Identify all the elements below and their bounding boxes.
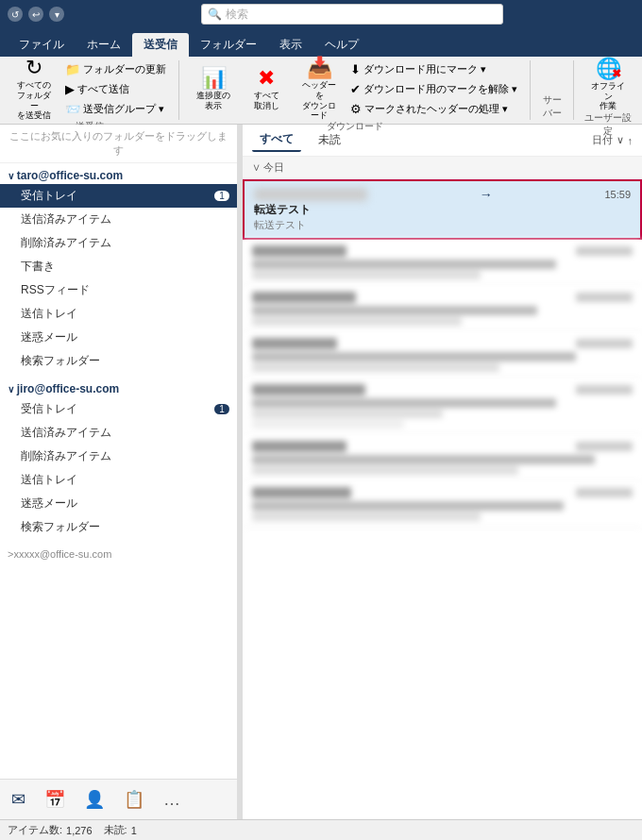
ribbon-group-download: 📊 進捗度の表示 ✖ すべて取消し 📥 ヘッダーをダウンロード ⬇ ダウンロード… [179, 60, 531, 120]
email-sender-3 [252, 338, 337, 349]
process-marked-button[interactable]: ⚙ マークされたヘッダーの処理 ▾ [347, 100, 520, 118]
sidebar-item-search-jiro[interactable]: 検索フォルダー [0, 515, 237, 539]
nav-tasks-icon[interactable]: 📋 [120, 785, 148, 814]
inbox-jiro-badge: 1 [214, 404, 229, 414]
mark-download-button[interactable]: ⬇ ダウンロード用にマーク ▾ [347, 60, 520, 78]
offline-button[interactable]: 🌐 ✖ オフライン作業 [583, 60, 633, 109]
sidebar-item-search-taro[interactable]: 検索フォルダー [0, 349, 237, 373]
email-time-3 [576, 339, 633, 348]
ribbon-group-server: サーバー [531, 60, 574, 120]
sidebar-collapsed-account[interactable]: xxxxx@office-su.com [0, 543, 237, 565]
sidebar-account-jiro[interactable]: jiro@office-su.com [0, 377, 237, 397]
filter-unread[interactable]: 未読 [311, 129, 348, 151]
sidebar-bottom-nav: ✉ 📅 👤 📋 … [0, 779, 237, 819]
ribbon-group-sendreceive: ↻ すべてのフォルダーを送受信 📁 フォルダーの更新 ▶ すべて送信 📨 送受信… [0, 60, 179, 120]
undo-btn[interactable]: ↩ [28, 7, 43, 22]
tab-help[interactable]: ヘルプ [313, 33, 370, 57]
items-label: アイテム数: [8, 823, 62, 837]
refresh-btn[interactable]: ↺ [8, 7, 23, 22]
progress-button[interactable]: 📊 進捗度の表示 [189, 65, 238, 114]
sidebar-item-rss-taro[interactable]: RSSフィード [0, 278, 237, 302]
send-all-small-button[interactable]: ▶ すべて送信 [62, 80, 169, 98]
main-layout: ここにお気に入りのフォルダーをドラッグします taro@office-su.co… [0, 125, 642, 819]
sidebar: ここにお気に入りのフォルダーをドラッグします taro@office-su.co… [0, 125, 238, 819]
email-preview-0: 転送テスト [254, 218, 631, 232]
email-time-6 [576, 488, 633, 497]
sidebar-item-inbox-jiro[interactable]: 受信トレイ 1 [0, 397, 237, 421]
sidebar-item-outbox-jiro[interactable]: 送信トレイ [0, 468, 237, 492]
sidebar-item-inbox-taro[interactable]: 受信トレイ 1 [0, 184, 237, 208]
send-all-label: すべてのフォルダーを送受信 [13, 80, 55, 121]
ribbon-group-server-label: サーバー [540, 93, 564, 120]
items-count: 1,276 [66, 825, 93, 836]
cancel-all-button[interactable]: ✖ すべて取消し [242, 65, 291, 114]
send-all-small-icon: ▶ [65, 82, 75, 96]
dropdown-btn[interactable]: ▾ [49, 7, 64, 22]
sendreceive-group-icon: 📨 [65, 102, 80, 116]
status-bar: アイテム数: 1,276 未読: 1 [0, 819, 642, 840]
email-item-4[interactable] [243, 378, 642, 435]
sort-dir-icon: ∨ [617, 134, 624, 146]
email-sender-1 [252, 245, 346, 257]
date-group-label: ∨ [252, 161, 263, 173]
unread-label: 未読: [104, 823, 127, 837]
sidebar-item-outbox-taro[interactable]: 送信トレイ [0, 302, 237, 326]
search-placeholder: 検索 [226, 7, 248, 23]
sort-arrow-icon: ↑ [628, 135, 634, 146]
email-time-5 [576, 442, 633, 451]
download-headers-button[interactable]: 📥 ヘッダーをダウンロード [295, 65, 344, 114]
email-sender-4 [252, 384, 365, 395]
nav-more-icon[interactable]: … [160, 786, 184, 814]
tab-file[interactable]: ファイル [8, 33, 76, 57]
unmark-download-icon: ✔ [350, 82, 361, 96]
date-group-today: ∨ 今日 [243, 157, 642, 179]
sort-label: 日付 [592, 133, 613, 147]
sidebar-item-drafts-taro[interactable]: 下書き [0, 255, 237, 278]
email-item-2[interactable] [243, 286, 642, 332]
unmark-download-button[interactable]: ✔ ダウンロード用のマークを解除 ▾ [347, 80, 520, 98]
tab-sendreceive[interactable]: 送受信 [132, 33, 189, 57]
update-folder-icon: 📁 [65, 62, 80, 76]
sidebar-item-sent-jiro[interactable]: 送信済みアイテム [0, 421, 237, 445]
nav-calendar-icon[interactable]: 📅 [41, 785, 69, 814]
sidebar-account-taro[interactable]: taro@office-su.com [0, 163, 237, 184]
send-all-button[interactable]: ↻ すべてのフォルダーを送受信 [9, 65, 59, 114]
sidebar-item-junk-taro[interactable]: 迷惑メール [0, 326, 237, 349]
sidebar-item-sent-taro[interactable]: 送信済みアイテム [0, 208, 237, 231]
email-toolbar: すべて 未読 日付 ∨ ↑ [243, 125, 642, 157]
offline-icon: 🌐 ✖ [596, 59, 621, 79]
sort-control[interactable]: 日付 ∨ ↑ [592, 133, 634, 147]
ribbon-body: ↻ すべてのフォルダーを送受信 📁 フォルダーの更新 ▶ すべて送信 📨 送受信… [0, 57, 642, 125]
tab-folder[interactable]: フォルダー [189, 33, 268, 57]
update-folder-button[interactable]: 📁 フォルダーの更新 [62, 60, 169, 78]
email-item-3[interactable] [243, 332, 642, 378]
email-sender-0 [254, 188, 367, 201]
sendreceive-group-button[interactable]: 📨 送受信グループ ▾ [62, 100, 169, 118]
nav-people-icon[interactable]: 👤 [80, 785, 109, 814]
search-bar[interactable]: 🔍 検索 [201, 4, 503, 25]
inbox-taro-badge: 1 [214, 191, 229, 201]
email-subject-0: 転送テスト [254, 202, 631, 218]
sidebar-item-deleted-taro[interactable]: 削除済みアイテム [0, 231, 237, 255]
email-item-1[interactable] [243, 240, 642, 286]
filter-all[interactable]: すべて [252, 128, 301, 152]
sidebar-drag-hint: ここにお気に入りのフォルダーをドラッグします [0, 125, 237, 163]
email-item-6[interactable] [243, 481, 642, 528]
email-sender-6 [252, 487, 351, 498]
tab-view[interactable]: 表示 [268, 33, 313, 57]
email-item-5[interactable] [243, 435, 642, 481]
email-time-1 [576, 246, 633, 256]
cancel-all-icon: ✖ [258, 68, 275, 89]
sidebar-item-junk-jiro[interactable]: 迷惑メール [0, 492, 237, 515]
send-all-icon: ↻ [25, 58, 42, 78]
sidebar-item-deleted-jiro[interactable]: 削除済みアイテム [0, 445, 237, 468]
update-folder-label: フォルダーの更新 [83, 62, 166, 76]
search-icon: 🔍 [208, 8, 222, 21]
nav-mail-icon[interactable]: ✉ [8, 785, 29, 814]
mark-download-icon: ⬇ [350, 62, 361, 76]
email-time-4 [576, 385, 633, 395]
progress-icon: 📊 [201, 68, 227, 89]
tab-home[interactable]: ホーム [76, 33, 132, 57]
title-bar: ↺ ↩ ▾ 🔍 検索 [0, 0, 642, 28]
email-item-0[interactable]: → 15:59 転送テスト 転送テスト [243, 179, 642, 240]
